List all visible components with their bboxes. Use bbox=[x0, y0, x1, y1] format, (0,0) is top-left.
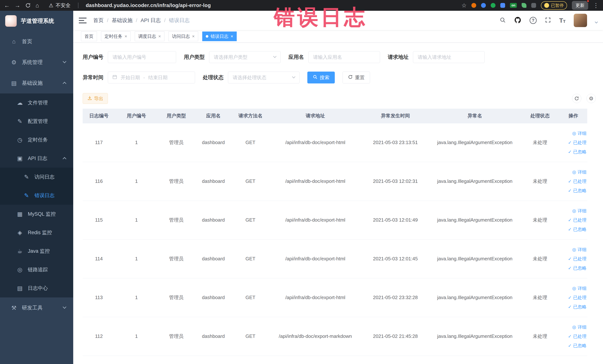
cell-exception-name: java.lang.IllegalArgumentException bbox=[429, 162, 521, 201]
mark-ignored-link[interactable]: ✓已忽略 bbox=[559, 263, 587, 273]
search-button[interactable]: 搜索 bbox=[307, 71, 335, 83]
detail-link[interactable]: ◎详细 bbox=[559, 322, 587, 332]
mark-ignored-link[interactable]: ✓已忽略 bbox=[559, 302, 587, 312]
site-security-chip[interactable]: ⚠ 不安全 bbox=[49, 2, 71, 9]
column-settings-button[interactable]: ⚙ bbox=[587, 94, 596, 103]
check-icon: ✓ bbox=[568, 218, 572, 222]
user-type-select[interactable]: 请选择用户类型 bbox=[209, 51, 281, 63]
detail-link[interactable]: ◎详细 bbox=[559, 206, 587, 215]
breadcrumb-item[interactable]: API 日志 bbox=[141, 17, 161, 24]
sidebar-item-system-management[interactable]: ⚙ 系统管理 bbox=[0, 52, 73, 73]
mark-processed-link[interactable]: ✓已处理 bbox=[559, 332, 587, 341]
extension-icon[interactable] bbox=[471, 3, 476, 8]
help-icon[interactable]: ? bbox=[530, 17, 537, 24]
browser-reload-icon[interactable] bbox=[25, 3, 31, 8]
export-button[interactable]: 导出 bbox=[83, 93, 108, 104]
request-url-input[interactable] bbox=[413, 51, 485, 63]
user-id-input[interactable] bbox=[108, 51, 176, 63]
app-name-input[interactable] bbox=[308, 51, 380, 63]
paused-badge[interactable]: 已暂停 bbox=[541, 1, 567, 10]
java-icon: ☕ bbox=[16, 248, 24, 255]
sidebar-item-home[interactable]: ⌂ 首页 bbox=[0, 31, 73, 52]
mark-processed-link[interactable]: ✓已处理 bbox=[559, 177, 587, 186]
tab-scheduled-task[interactable]: 定时任务 × bbox=[101, 32, 131, 41]
extension-icon[interactable] bbox=[522, 3, 526, 8]
tab-access-log[interactable]: 访问日志 × bbox=[169, 32, 198, 41]
browser-menu-icon[interactable]: ⋮ bbox=[593, 2, 599, 9]
detail-link[interactable]: ◎详细 bbox=[559, 245, 587, 254]
cell-log-id: 113 bbox=[83, 278, 115, 317]
sidebar-toggle-icon[interactable] bbox=[79, 18, 87, 23]
mark-processed-link[interactable]: ✓已处理 bbox=[559, 138, 587, 147]
sidebar-item-label: 错误日志 bbox=[35, 192, 55, 199]
tab-home[interactable]: 首页 bbox=[81, 32, 97, 41]
app-logo[interactable]: 芋道管理系统 bbox=[0, 11, 73, 31]
cell-actions: ◎详细 ✓已处理 ✓已忽略 bbox=[559, 201, 587, 239]
sidebar-item-api-log[interactable]: ▣ API 日志 bbox=[0, 149, 73, 168]
detail-link[interactable]: ◎详细 bbox=[559, 129, 587, 138]
mark-ignored-link[interactable]: ✓已忽略 bbox=[559, 186, 587, 195]
refresh-table-button[interactable] bbox=[572, 94, 581, 103]
sidebar-item-file-management[interactable]: ☁ 文件管理 bbox=[0, 94, 73, 112]
sidebar-item-error-log[interactable]: ✎ 错误日志 bbox=[0, 186, 73, 205]
browser-update-button[interactable]: 更新 bbox=[572, 1, 588, 10]
close-icon[interactable]: × bbox=[125, 34, 127, 39]
cell-actions: ◎详细 ✓已处理 ✓已忽略 bbox=[559, 123, 587, 162]
on-badge-extension-icon[interactable]: on bbox=[510, 3, 517, 8]
sidebar-item-log-center[interactable]: ▤ 日志中心 bbox=[0, 279, 73, 297]
close-icon[interactable]: × bbox=[158, 34, 161, 39]
extension-icon[interactable] bbox=[500, 3, 505, 8]
sidebar-item-label: 系统管理 bbox=[22, 59, 43, 66]
error-log-icon: ✎ bbox=[22, 192, 31, 199]
browser-back-icon[interactable]: ← bbox=[4, 3, 10, 8]
extension-icon[interactable] bbox=[491, 3, 496, 8]
table-tools: ⚙ bbox=[572, 94, 596, 103]
detail-link[interactable]: ◎详细 bbox=[559, 284, 587, 293]
browser-forward-icon[interactable]: → bbox=[15, 3, 20, 8]
chevron-up-icon bbox=[63, 82, 66, 85]
warning-icon: ⚠ bbox=[49, 2, 53, 9]
detail-link[interactable]: ◎详细 bbox=[559, 167, 587, 177]
breadcrumb-item[interactable]: 基础设施 bbox=[112, 17, 133, 24]
close-icon[interactable]: × bbox=[192, 34, 195, 39]
process-status-select[interactable]: 请选择处理状态 bbox=[228, 71, 300, 83]
font-size-icon[interactable]: TT bbox=[559, 17, 566, 23]
tab-dispatch-log[interactable]: 调度日志 × bbox=[135, 32, 164, 41]
sidebar-item-dev-tools[interactable]: ⚒ 研发工具 bbox=[0, 297, 73, 318]
eye-icon: ◎ bbox=[572, 131, 576, 136]
bookmark-star-icon[interactable]: ☆ bbox=[461, 3, 467, 8]
breadcrumb-item[interactable]: 首页 bbox=[93, 17, 104, 24]
sidebar-item-access-log[interactable]: ✎ 访问日志 bbox=[0, 168, 73, 186]
reset-button[interactable]: 重置 bbox=[343, 71, 370, 83]
sidebar-item-trace[interactable]: ◎ 链路追踪 bbox=[0, 260, 73, 279]
date-range-picker[interactable]: 开始日期 - 结束日期 bbox=[108, 71, 195, 83]
search-icon[interactable] bbox=[499, 17, 506, 24]
tab-error-log[interactable]: 错误日志 × bbox=[202, 32, 237, 41]
cell-status: 未处理 bbox=[521, 278, 559, 317]
mark-ignored-link[interactable]: ✓已忽略 bbox=[559, 225, 587, 234]
mark-processed-link[interactable]: ✓已处理 bbox=[559, 293, 587, 302]
sidebar-item-redis-monitor[interactable]: ◈ Redis 监控 bbox=[0, 223, 73, 242]
mark-ignored-link[interactable]: ✓已忽略 bbox=[559, 341, 587, 350]
browser-home-icon[interactable]: ⌂ bbox=[35, 3, 39, 8]
sidebar-item-label: 基础设施 bbox=[22, 80, 43, 87]
sidebar-item-mysql-monitor[interactable]: ▦ MySQL 监控 bbox=[0, 205, 73, 223]
sidebar-item-config-management[interactable]: ✎ 配置管理 bbox=[0, 112, 73, 130]
mark-ignored-link[interactable]: ✓已忽略 bbox=[559, 147, 587, 156]
github-icon[interactable] bbox=[514, 16, 522, 24]
sidebar-item-java-monitor[interactable]: ☕ Java 监控 bbox=[0, 242, 73, 260]
mark-processed-link[interactable]: ✓已处理 bbox=[559, 215, 587, 225]
cell-app-name: dashboard bbox=[195, 239, 232, 278]
address-bar-url[interactable]: dashboard.yudao.iocoder.cn/infra/log/api… bbox=[86, 3, 211, 8]
sidebar-item-infrastructure[interactable]: ▤ 基础设施 bbox=[0, 73, 73, 94]
extension-icon[interactable] bbox=[531, 3, 536, 8]
sidebar-item-scheduled-task[interactable]: ◷ 定时任务 bbox=[0, 130, 73, 149]
close-icon[interactable]: × bbox=[231, 34, 233, 39]
extension-icon[interactable] bbox=[481, 3, 486, 8]
mark-processed-link[interactable]: ✓已处理 bbox=[559, 254, 587, 263]
security-label: 不安全 bbox=[56, 2, 71, 9]
infra-icon: ▤ bbox=[10, 80, 18, 87]
fullscreen-icon[interactable] bbox=[545, 17, 551, 24]
chevron-down-icon[interactable] bbox=[595, 20, 598, 23]
avatar[interactable] bbox=[574, 14, 587, 27]
